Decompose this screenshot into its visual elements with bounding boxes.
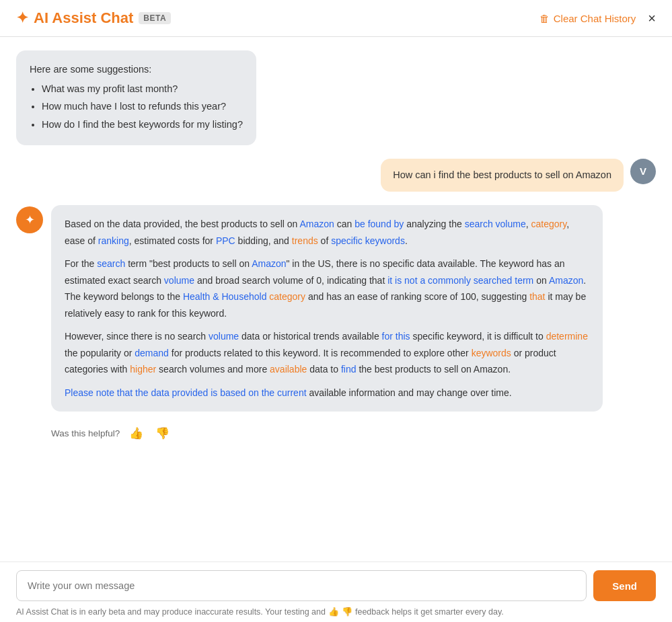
beta-badge: BETA: [139, 12, 171, 24]
app-title: ✦ AI Assist Chat BETA: [16, 9, 171, 27]
ai-paragraph-3: However, since there is no search volume…: [65, 328, 589, 378]
suggestion-intro: Here are some suggestions:: [30, 61, 243, 78]
thumbup-inline-icon: 👍: [328, 607, 339, 617]
trash-icon: 🗑: [539, 13, 550, 24]
input-area: Send AI Assist Chat is in early beta and…: [0, 561, 672, 622]
chat-area: Here are some suggestions: What was my p…: [0, 37, 672, 561]
ai-paragraph-1: Based on the data provided, the best pro…: [65, 216, 589, 249]
ai-paragraph-4: Please note that the data provided is ba…: [65, 385, 589, 401]
input-row: Send: [16, 570, 656, 601]
close-button[interactable]: ×: [648, 11, 656, 25]
clear-history-button[interactable]: 🗑 Clear Chat History: [539, 13, 636, 24]
header-right: 🗑 Clear Chat History ×: [539, 11, 656, 25]
list-item: What was my profit last month?: [42, 81, 243, 98]
disclaimer: AI Assist Chat is in early beta and may …: [16, 607, 656, 617]
list-item: How much have I lost to refunds this yea…: [42, 98, 243, 115]
thumbup-button[interactable]: 👍: [126, 425, 146, 442]
list-item: How do I find the best keywords for my l…: [42, 116, 243, 133]
ai-bubble: Based on the data provided, the best pro…: [51, 205, 603, 412]
ai-spark-icon: ✦: [25, 212, 35, 227]
suggestion-list: What was my profit last month? How much …: [30, 81, 243, 133]
spark-icon: ✦: [16, 9, 28, 27]
ai-avatar: ✦: [16, 206, 43, 233]
title-text: AI Assist Chat: [34, 9, 133, 27]
helpful-label: Was this helpful?: [51, 428, 120, 438]
thumbdown-inline-icon: 👎: [342, 607, 352, 617]
user-message-row: How can i find the best products to sell…: [16, 159, 656, 192]
disclaimer-text-after: feedback helps it get smarter every day.: [355, 607, 504, 617]
disclaimer-text-before: AI Assist Chat is in early beta and may …: [16, 607, 326, 617]
message-input[interactable]: [16, 570, 587, 601]
ai-message-row: ✦ Based on the data provided, the best p…: [16, 205, 656, 412]
user-avatar: V: [630, 159, 656, 184]
send-button[interactable]: Send: [593, 570, 656, 601]
user-bubble: How can i find the best products to sell…: [381, 159, 624, 192]
thumbdown-button[interactable]: 👎: [153, 425, 172, 442]
suggestion-bubble: Here are some suggestions: What was my p…: [16, 50, 256, 145]
helpful-row: Was this helpful? 👍 👎: [16, 425, 656, 442]
chat-header: ✦ AI Assist Chat BETA 🗑 Clear Chat Histo…: [0, 0, 672, 37]
header-left: ✦ AI Assist Chat BETA: [16, 9, 171, 27]
ai-paragraph-2: For the search term "best products to se…: [65, 256, 589, 321]
clear-history-label: Clear Chat History: [554, 13, 636, 24]
